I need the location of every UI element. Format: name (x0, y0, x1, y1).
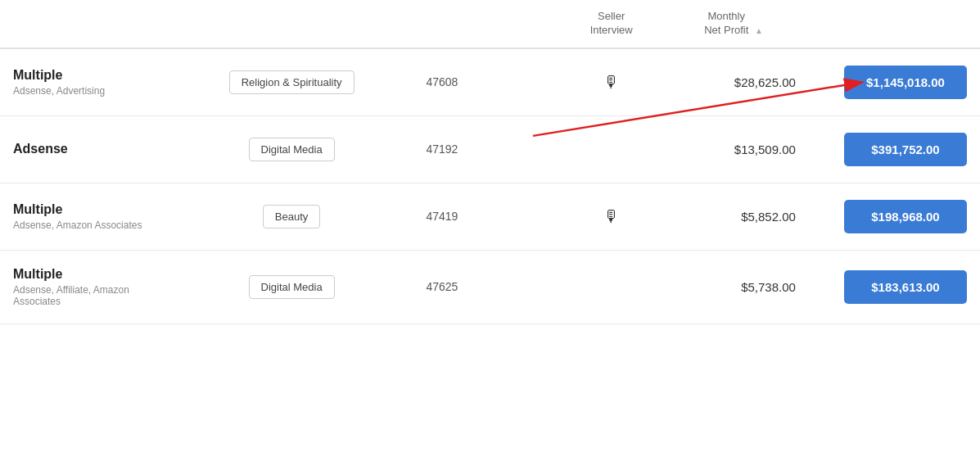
cell-monthly-net-profit: $13,509.00 (658, 115, 809, 183)
microphone-icon: 🎙 (603, 73, 620, 91)
cell-niche: Religion & Spirituality (188, 48, 395, 116)
cell-listing-number: 47625 (395, 250, 489, 324)
net-profit-value: $13,509.00 (734, 143, 796, 156)
listings-table-wrapper: SellerInterview MonthlyNet Profit ▲ Mult… (0, 0, 980, 324)
net-profit-value: $28,625.00 (734, 75, 796, 89)
cell-niche: Digital Media (188, 250, 395, 324)
cell-niche: Digital Media (188, 115, 395, 183)
cell-monthly-net-profit: $5,738.00 (658, 250, 809, 324)
microphone-icon: 🎙 (603, 207, 620, 225)
cell-seller-interview (564, 115, 658, 183)
net-profit-value: $5,852.00 (741, 210, 796, 224)
niche-badge[interactable]: Digital Media (249, 275, 335, 299)
cell-price: $1,145,018.00 (809, 48, 980, 116)
cell-monthly-net-profit: $5,852.00 (658, 183, 809, 250)
price-button[interactable]: $183,613.00 (844, 270, 967, 304)
cell-listing-number: 47192 (395, 115, 489, 183)
col-header-listing[interactable] (395, 0, 489, 48)
price-button[interactable]: $198,968.00 (844, 200, 967, 233)
col-header-monthly-net-profit[interactable]: MonthlyNet Profit ▲ (658, 0, 809, 48)
cell-price: $391,752.00 (809, 115, 980, 183)
col-header-pbn[interactable] (489, 0, 564, 48)
sort-arrow-icon: ▲ (755, 26, 763, 35)
col-header-niche[interactable] (188, 0, 395, 48)
cell-pbn (489, 250, 564, 324)
listing-number: 47419 (426, 210, 458, 223)
cell-price: $183,613.00 (809, 250, 980, 324)
listing-number: 47192 (426, 143, 458, 156)
col-header-price[interactable] (809, 0, 980, 48)
cell-monthly-net-profit: $28,625.00 (658, 48, 809, 116)
niche-badge[interactable]: Digital Media (249, 138, 335, 161)
table-header-row: SellerInterview MonthlyNet Profit ▲ (0, 0, 980, 48)
table-row: MultipleAdsense, AdvertisingReligion & S… (0, 48, 980, 116)
cell-pbn (489, 115, 564, 183)
cell-seller-interview: 🎙 (564, 183, 658, 250)
monetization-primary: Multiple (13, 68, 175, 83)
table-row: AdsenseDigital Media47192$13,509.00$391,… (0, 115, 980, 183)
monetization-secondary: Adsense, Affiliate, Amazon Associates (13, 284, 175, 307)
cell-pbn (489, 48, 564, 116)
table-row: MultipleAdsense, Affiliate, Amazon Assoc… (0, 250, 980, 324)
cell-monetization: MultipleAdsense, Advertising (0, 48, 188, 116)
monetization-secondary: Adsense, Amazon Associates (13, 219, 175, 231)
cell-price: $198,968.00 (809, 183, 980, 250)
price-button[interactable]: $391,752.00 (844, 133, 967, 166)
listings-table: SellerInterview MonthlyNet Profit ▲ Mult… (0, 0, 980, 324)
listing-number: 47608 (426, 75, 458, 88)
cell-monetization: Adsense (0, 115, 188, 183)
cell-seller-interview: 🎙 (564, 48, 658, 116)
net-profit-value: $5,738.00 (741, 280, 796, 294)
cell-listing-number: 47608 (395, 48, 489, 116)
price-button[interactable]: $1,145,018.00 (844, 66, 967, 99)
cell-niche: Beauty (188, 183, 395, 250)
col-header-seller-interview[interactable]: SellerInterview (564, 0, 658, 48)
monetization-secondary: Adsense, Advertising (13, 85, 175, 97)
cell-seller-interview (564, 250, 658, 324)
niche-badge[interactable]: Beauty (263, 205, 320, 228)
monetization-primary: Adsense (13, 142, 175, 156)
niche-badge[interactable]: Religion & Spirituality (229, 70, 355, 94)
cell-listing-number: 47419 (395, 183, 489, 250)
listing-number: 47625 (426, 280, 458, 293)
cell-monetization: MultipleAdsense, Amazon Associates (0, 183, 188, 250)
cell-monetization: MultipleAdsense, Affiliate, Amazon Assoc… (0, 250, 188, 324)
table-row: MultipleAdsense, Amazon AssociatesBeauty… (0, 183, 980, 250)
monetization-primary: Multiple (13, 202, 175, 217)
monetization-primary: Multiple (13, 267, 175, 282)
cell-pbn (489, 183, 564, 250)
col-header-monetization[interactable] (0, 0, 188, 48)
